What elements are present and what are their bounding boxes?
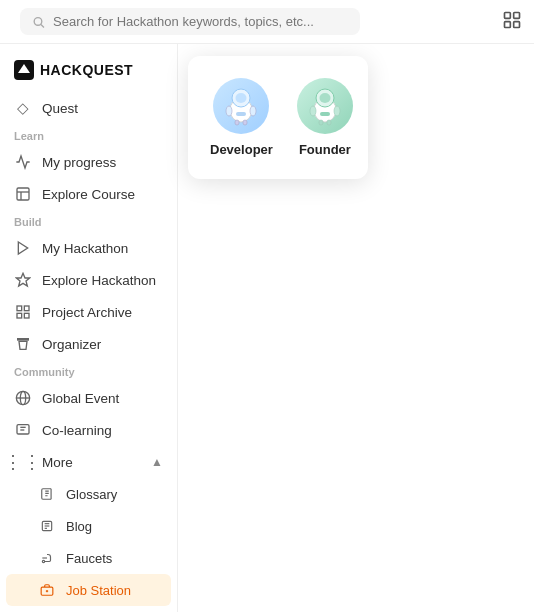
topbar [0,0,534,44]
sidebar: HACKQUEST ◇ Quest Learn My progress [0,44,178,612]
founder-avatar [297,78,353,134]
glossary-icon [38,485,56,503]
svg-rect-41 [243,120,247,125]
svg-rect-13 [17,313,22,318]
svg-marker-10 [18,242,27,254]
svg-point-38 [250,106,256,116]
explore-hackathon-icon [14,271,32,289]
logo: HACKQUEST [0,52,177,92]
sidebar-item-label: Faucets [66,551,112,566]
more-sub-items: Glossary Blog [0,478,177,612]
svg-rect-5 [514,21,520,27]
more-label: More [42,455,141,470]
section-build: Build [0,210,177,232]
svg-point-46 [334,106,340,116]
organizer-icon [14,335,32,353]
job-station-icon [38,581,56,599]
sidebar-item-explore-course[interactable]: Explore Course [0,178,177,210]
sidebar-item-job-station[interactable]: Job Station [6,574,171,606]
sidebar-item-label: Co-learning [42,423,163,438]
svg-point-36 [236,93,247,103]
sidebar-item-project-archive[interactable]: Project Archive [0,296,177,328]
sidebar-item-label: Explore Hackathon [42,273,163,288]
sidebar-item-co-learning[interactable]: Co-learning [0,414,177,446]
explore-course-icon [14,185,32,203]
search-bar[interactable] [20,8,360,35]
co-learning-icon [14,421,32,439]
search-input[interactable] [53,14,348,29]
sidebar-item-my-hackathon[interactable]: My Hackathon [0,232,177,264]
svg-rect-40 [235,120,239,125]
grid-icon[interactable] [502,10,522,34]
svg-point-44 [319,93,330,103]
founder-role-label: Founder [299,142,351,157]
founder-astronaut-svg [303,84,347,128]
svg-point-45 [310,106,316,116]
sidebar-item-organizer[interactable]: Organizer [0,328,177,360]
sidebar-item-label: My Hackathon [42,241,163,256]
sidebar-item-blog[interactable]: Blog [0,510,177,542]
sidebar-item-my-progress[interactable]: My progress [0,146,177,178]
sidebar-item-label: Quest [42,101,163,116]
svg-point-25 [42,560,44,562]
svg-rect-12 [24,306,29,311]
svg-point-0 [34,17,42,25]
sidebar-item-label: Explore Course [42,187,163,202]
sidebar-item-label: Global Event [42,391,163,406]
sidebar-item-global-event[interactable]: Global Event [0,382,177,414]
sidebar-item-quest[interactable]: ◇ Quest [0,92,177,124]
svg-rect-18 [17,425,29,434]
sidebar-item-label: Blog [66,519,92,534]
global-event-icon [14,389,32,407]
svg-rect-3 [514,12,520,18]
svg-line-1 [41,24,44,27]
search-icon [32,15,45,29]
project-archive-icon [14,303,32,321]
sidebar-item-label: Job Station [66,583,131,598]
logo-icon [14,60,34,80]
svg-marker-6 [18,64,30,73]
faucets-icon [38,549,56,567]
chevron-up-icon: ▲ [151,455,163,469]
svg-rect-48 [319,120,323,125]
section-community: Community [0,360,177,382]
logo-text: HACKQUEST [40,62,133,78]
main-layout: HACKQUEST ◇ Quest Learn My progress [0,44,534,612]
svg-rect-11 [17,306,22,311]
svg-rect-7 [17,188,29,200]
quest-icon: ◇ [14,99,32,117]
more-icon: ⋮⋮ [14,453,32,471]
sidebar-item-label: Project Archive [42,305,163,320]
sidebar-item-label: My progress [42,155,163,170]
svg-rect-2 [505,12,511,18]
svg-rect-4 [505,21,511,27]
sidebar-item-glossary[interactable]: Glossary [0,478,177,510]
svg-rect-14 [24,313,29,318]
developer-avatar [213,78,269,134]
sidebar-item-press-kit[interactable]: Press Kit [0,606,177,612]
sidebar-item-faucets[interactable]: Faucets [0,542,177,574]
role-popup: Developer [188,56,368,179]
section-learn: Learn [0,124,177,146]
svg-point-37 [226,106,232,116]
developer-role-label: Developer [210,142,273,157]
sidebar-item-label: Organizer [42,337,163,352]
svg-rect-47 [320,112,330,116]
founder-role-card[interactable]: Founder [291,72,359,163]
my-hackathon-icon [14,239,32,257]
progress-icon [14,153,32,171]
sidebar-item-explore-hackathon[interactable]: Explore Hackathon [0,264,177,296]
svg-rect-49 [327,120,331,125]
more-toggle[interactable]: ⋮⋮ More ▲ [0,446,177,478]
sidebar-item-label: Glossary [66,487,117,502]
blog-icon [38,517,56,535]
developer-astronaut-svg [219,84,263,128]
svg-rect-39 [236,112,246,116]
developer-role-card[interactable]: Developer [204,72,279,163]
content-area: Developer [178,44,534,612]
